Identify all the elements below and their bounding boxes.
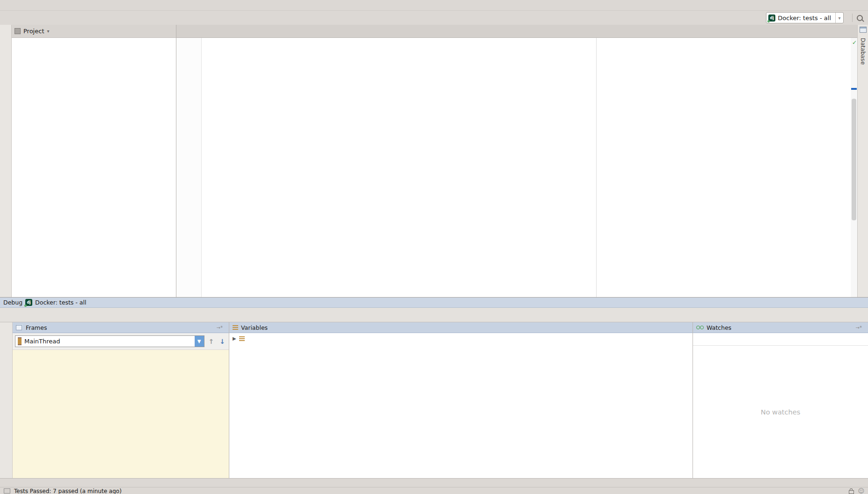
frame-down-button[interactable]: ↓ (218, 338, 226, 345)
watches-icon (696, 326, 704, 329)
main-area: Project ▾ ✓ Database (0, 25, 868, 297)
watches-panel-header: Watches →* (693, 322, 868, 333)
frames-panel: Frames →* MainThread ▼ ↑ ↓ (13, 322, 229, 479)
left-tool-stripe (0, 25, 12, 297)
django-icon: dj (768, 15, 775, 22)
variable-icon (239, 336, 245, 341)
frames-icon (16, 325, 22, 330)
tool-window-bar (0, 478, 868, 487)
search-everywhere-icon[interactable] (857, 15, 863, 21)
debug-panel-body: Frames →* MainThread ▼ ↑ ↓ (0, 322, 868, 479)
frames-panel-title: Frames (26, 324, 47, 331)
watches-panel-title: Watches (707, 324, 731, 331)
watches-panel: Watches →* No watches (693, 322, 868, 479)
expand-arrow-icon[interactable]: ▶ (233, 336, 236, 341)
right-tool-stripe: Database (857, 25, 868, 297)
editor-area: ✓ (176, 25, 857, 297)
editor-tab-bar (176, 25, 857, 38)
django-icon: dj (25, 299, 32, 306)
chevron-down-icon[interactable]: ▾ (835, 13, 843, 23)
debug-tab-bar (0, 308, 868, 322)
variables-icon (233, 325, 238, 330)
toolwindow-switcher-icon[interactable] (4, 488, 10, 494)
project-icon (15, 28, 21, 34)
project-tree (12, 38, 176, 297)
status-message[interactable]: Tests Passed: 7 passed (a minute ago) (14, 488, 122, 494)
debug-tool-window: Debug dj Docker: tests - all Frames →* (0, 297, 868, 479)
tab-database[interactable]: Database (858, 35, 868, 67)
scrollbar-thumb[interactable] (852, 99, 856, 220)
pycharm-window: dj Docker: tests - all ▾ Project ▾ (0, 0, 868, 494)
variables-panel: Variables ▶ (229, 322, 693, 479)
thread-label: MainThread (24, 338, 192, 345)
run-config-label: Docker: tests - all (778, 15, 833, 22)
dock-pin-icon[interactable]: →* (856, 325, 862, 330)
thread-select[interactable]: MainThread ▼ (15, 335, 204, 347)
debug-left-toolbar (0, 322, 13, 479)
editor-scrollbar[interactable] (851, 38, 857, 297)
project-panel-title: Project (23, 28, 44, 35)
debug-panel-header: Debug dj Docker: tests - all (0, 298, 868, 308)
hector-icon[interactable]: ☺ (858, 487, 864, 494)
debug-panel-title: Debug (3, 299, 22, 306)
project-panel-header: Project ▾ (12, 25, 176, 38)
variable-row[interactable]: ▶ (229, 333, 693, 344)
variables-panel-title: Variables (241, 324, 268, 331)
chevron-down-icon[interactable]: ▾ (47, 29, 49, 34)
watches-empty-text: No watches (693, 346, 868, 479)
status-bar: Tests Passed: 7 passed (a minute ago) ☺ (0, 487, 868, 494)
run-config-select[interactable]: dj Docker: tests - all ▾ (766, 12, 844, 23)
frame-list (13, 350, 229, 479)
code-editor[interactable] (176, 38, 851, 297)
menu-bar (0, 0, 868, 10)
thread-icon (18, 337, 22, 345)
dock-pin-icon[interactable]: →* (217, 325, 223, 330)
watches-toolbar (693, 333, 868, 346)
frame-up-button[interactable]: ↑ (207, 338, 216, 345)
inspection-ok-icon[interactable]: ✓ (852, 39, 857, 46)
database-icon (860, 27, 867, 33)
thread-selector-row: MainThread ▼ ↑ ↓ (13, 333, 229, 350)
main-toolbar: dj Docker: tests - all ▾ (766, 12, 864, 23)
scrollbar-execution-mark (851, 88, 857, 90)
debug-config-label: Docker: tests - all (35, 299, 86, 306)
project-tool-window: Project ▾ (12, 25, 176, 297)
lock-icon[interactable] (849, 490, 854, 494)
chevron-down-icon[interactable]: ▼ (195, 336, 204, 347)
variables-panel-header: Variables (229, 322, 693, 333)
frames-panel-header: Frames →* (13, 322, 229, 333)
navigation-bar: dj Docker: tests - all ▾ (0, 10, 868, 25)
toolbar-separator (852, 14, 853, 22)
